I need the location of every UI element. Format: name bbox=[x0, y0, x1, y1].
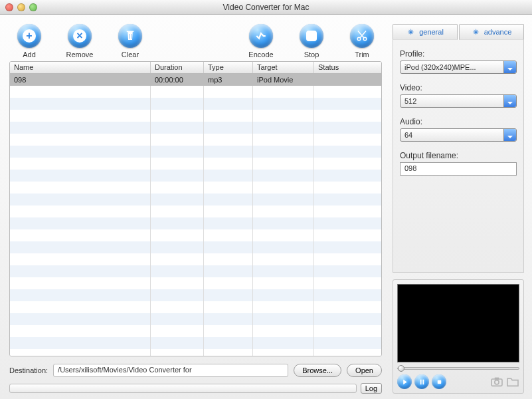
svg-rect-4 bbox=[437, 380, 441, 384]
remove-button[interactable]: × Remove bbox=[64, 24, 96, 59]
output-filename-label: Output filename: bbox=[400, 151, 517, 160]
clear-button[interactable]: Clear bbox=[114, 24, 146, 59]
destination-input[interactable]: /Users/xilisoft/Movies/Video Converter f… bbox=[53, 364, 288, 377]
plus-icon: + bbox=[17, 24, 41, 48]
folder-icon bbox=[506, 376, 519, 387]
col-duration[interactable]: Duration bbox=[151, 62, 204, 73]
audio-bitrate-select[interactable]: 64 bbox=[400, 128, 517, 142]
zoom-window-button[interactable] bbox=[29, 3, 37, 11]
column-headers[interactable]: Name Duration Type Target Status bbox=[10, 62, 381, 74]
tab-advance[interactable]: advance bbox=[459, 24, 524, 40]
minimize-window-button[interactable] bbox=[17, 3, 25, 11]
audio-label: Audio: bbox=[400, 117, 517, 126]
profile-label: Profile: bbox=[400, 49, 517, 59]
destination-bar: Destination: /Users/xilisoft/Movies/Vide… bbox=[9, 362, 382, 379]
scissors-icon bbox=[350, 24, 374, 48]
close-window-button[interactable] bbox=[5, 3, 13, 11]
play-button[interactable] bbox=[397, 374, 412, 389]
output-filename-input[interactable]: 098 bbox=[400, 162, 517, 176]
preview-stop-button[interactable] bbox=[432, 374, 446, 389]
file-list: Name Duration Type Target Status 098 00:… bbox=[9, 61, 382, 356]
log-button[interactable]: Log bbox=[361, 383, 382, 394]
video-label: Video: bbox=[400, 83, 517, 92]
open-button[interactable]: Open bbox=[347, 364, 382, 377]
stop-icon bbox=[300, 24, 323, 48]
col-name[interactable]: Name bbox=[10, 62, 151, 73]
gear-icon bbox=[406, 28, 415, 37]
window-title: Video Converter for Mac bbox=[0, 3, 532, 12]
progress-bar bbox=[9, 384, 357, 393]
tab-general[interactable]: general bbox=[393, 24, 458, 40]
preview-screen bbox=[397, 284, 519, 362]
add-button[interactable]: + Add bbox=[13, 24, 45, 59]
preview-slider[interactable] bbox=[397, 365, 519, 372]
profile-select[interactable]: iPod (320x240)MPE... bbox=[400, 61, 517, 74]
encode-button[interactable]: Encode bbox=[245, 24, 277, 59]
pause-button[interactable] bbox=[414, 374, 429, 389]
encode-icon bbox=[249, 24, 273, 48]
svg-point-6 bbox=[495, 380, 499, 384]
titlebar: Video Converter for Mac bbox=[0, 0, 532, 15]
table-row[interactable]: 098 00:00:00 mp3 iPod Movie bbox=[10, 74, 381, 86]
video-bitrate-select[interactable]: 512 bbox=[400, 94, 517, 108]
snapshot-icon bbox=[490, 376, 503, 387]
svg-rect-7 bbox=[495, 378, 499, 380]
trash-icon bbox=[118, 24, 142, 48]
pause-icon bbox=[418, 378, 426, 386]
toolbar: + Add × Remove Clear bbox=[9, 24, 382, 61]
browse-button[interactable]: Browse... bbox=[294, 364, 341, 377]
play-icon bbox=[401, 378, 408, 386]
trim-button[interactable]: Trim bbox=[346, 24, 378, 59]
destination-label: Destination: bbox=[9, 366, 48, 374]
col-target[interactable]: Target bbox=[253, 62, 314, 73]
preview-panel bbox=[393, 279, 524, 394]
stop-icon bbox=[436, 378, 443, 386]
gear-icon bbox=[472, 28, 480, 37]
stop-button[interactable]: Stop bbox=[296, 24, 327, 59]
x-icon: × bbox=[68, 24, 92, 48]
col-status[interactable]: Status bbox=[314, 62, 375, 73]
col-type[interactable]: Type bbox=[204, 62, 253, 73]
